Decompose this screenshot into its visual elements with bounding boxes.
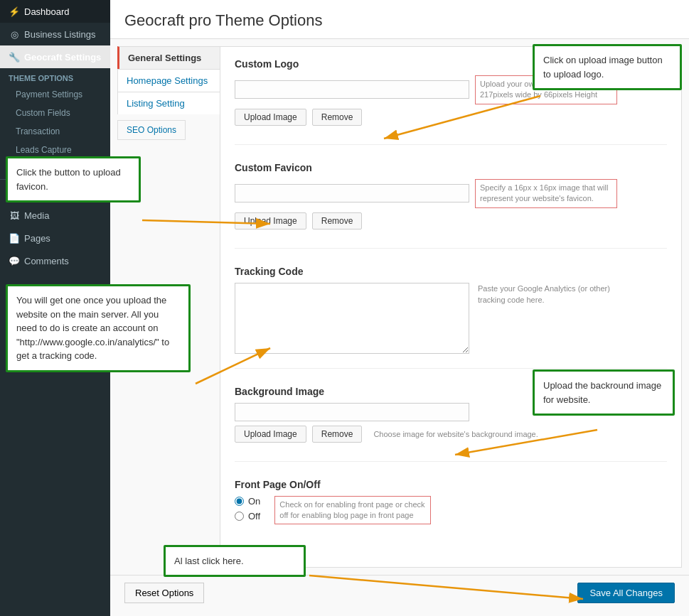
front-page-label: Front Page On/Off <box>235 479 667 490</box>
footer-bar: Reset Options Save All Changes <box>110 575 689 610</box>
business-listings-icon: ◎ <box>9 28 20 40</box>
geocraft-settings-icon: 🔧 <box>9 51 20 63</box>
front-page-radio-group: On Off <box>235 496 260 522</box>
custom-favicon-hint: Specify a 16px x 16px image that will re… <box>475 179 617 208</box>
background-image-input[interactable] <box>235 403 469 421</box>
theme-options-label: Theme Options <box>0 68 110 85</box>
background-image-buttons: Upload Image Remove Choose image for web… <box>235 426 667 443</box>
save-all-changes-button[interactable]: Save All Changes <box>577 583 675 603</box>
reset-options-button[interactable]: Reset Options <box>124 583 204 603</box>
tracking-code-hint: Paste your Google Analytics (or other) t… <box>478 283 620 306</box>
custom-logo-remove-button[interactable]: Remove <box>312 109 363 126</box>
background-image-upload-button[interactable]: Upload Image <box>235 426 306 443</box>
callout-upload-logo: Click on upload image button to upload l… <box>533 44 682 90</box>
sidebar-item-geocraft-settings[interactable]: 🔧 Geocraft Settings <box>0 45 110 68</box>
sidebar-item-business-listings[interactable]: ◎ Business Listings <box>0 23 110 45</box>
settings-panel: Custom Logo Upload your own Logo, Optima… <box>220 46 682 568</box>
custom-favicon-buttons: Upload Image Remove <box>235 212 667 229</box>
tracking-code-section: Tracking Code Paste your Google Analytic… <box>235 266 667 369</box>
background-image-hint: Choose image for website's background im… <box>373 430 538 438</box>
callout-favicon: Click the button to upload favicon. <box>6 156 141 202</box>
front-page-off-option[interactable]: Off <box>235 511 260 522</box>
pages-icon: 📄 <box>9 232 20 244</box>
tab-homepage-settings[interactable]: Homepage Settings <box>117 69 220 92</box>
custom-favicon-remove-button[interactable]: Remove <box>312 212 363 229</box>
front-page-on-option[interactable]: On <box>235 496 260 507</box>
custom-favicon-label: Custom Favicon <box>235 162 667 173</box>
sidebar-sub-transaction[interactable]: Transaction <box>0 122 110 141</box>
background-image-remove-button[interactable]: Remove <box>312 426 363 443</box>
front-page-section: Front Page On/Off On Off <box>235 479 667 539</box>
front-page-off-radio[interactable] <box>235 512 244 521</box>
tab-general-settings[interactable]: General Settings <box>117 46 220 69</box>
sidebar-sub-payment-settings[interactable]: Payment Settings <box>0 85 110 104</box>
front-page-on-radio[interactable] <box>235 497 244 506</box>
content-area: General Settings Homepage Settings Listi… <box>110 39 689 575</box>
sidebar-item-media[interactable]: 🖼 Media <box>0 204 110 227</box>
custom-logo-upload-button[interactable]: Upload Image <box>235 109 306 126</box>
sidebar-sub-custom-fields[interactable]: Custom Fields <box>0 104 110 122</box>
sidebar-item-comments[interactable]: 💬 Comments <box>0 249 110 272</box>
media-icon: 🖼 <box>9 210 20 221</box>
comments-icon: 💬 <box>9 255 20 266</box>
dashboard-icon: ⚡ <box>9 6 20 17</box>
main-content: Geocraft pro Theme Options General Setti… <box>110 0 689 616</box>
custom-favicon-section: Custom Favicon Specify a 16px x 16px ima… <box>235 162 667 249</box>
page-header: Geocraft pro Theme Options <box>110 0 689 39</box>
custom-favicon-input[interactable] <box>235 184 469 202</box>
custom-favicon-upload-button[interactable]: Upload Image <box>235 212 306 229</box>
tracking-code-label: Tracking Code <box>235 266 667 277</box>
custom-logo-buttons: Upload Image Remove <box>235 109 667 126</box>
tracking-code-textarea[interactable] <box>235 283 469 354</box>
callout-tracking: You will get one once you upload the web… <box>6 284 191 372</box>
sidebar-item-pages[interactable]: 📄 Pages <box>0 227 110 249</box>
front-page-hint: Check on for enabling front page or chec… <box>274 496 431 525</box>
custom-favicon-row: Specify a 16px x 16px image that will re… <box>235 179 667 208</box>
tab-listing-setting[interactable]: Listing Setting <box>117 92 220 114</box>
tab-seo-options[interactable]: SEO Options <box>117 120 186 140</box>
callout-background: Upload the backround image for website. <box>533 369 675 416</box>
custom-logo-input[interactable] <box>235 80 469 99</box>
callout-final: Al last click here. <box>164 545 306 578</box>
sidebar-item-dashboard[interactable]: ⚡ Dashboard <box>0 0 110 23</box>
page-title: Geocraft pro Theme Options <box>124 11 675 30</box>
